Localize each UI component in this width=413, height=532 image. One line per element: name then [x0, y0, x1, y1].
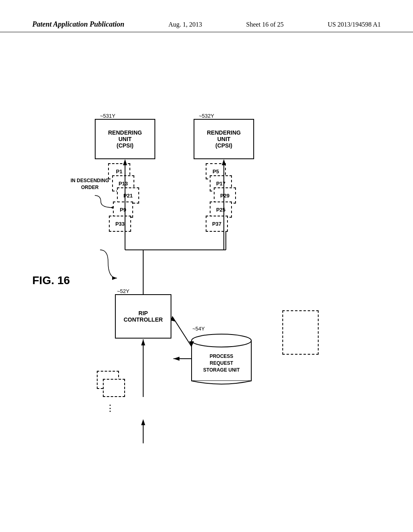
ref-52y: ~52Y: [117, 288, 129, 294]
process-request-unit: PROCESS REQUEST STORAGE UNIT: [190, 330, 254, 389]
page-p33: P33: [109, 216, 131, 232]
ref-54y: ~54Y: [192, 326, 205, 332]
rip-controller: RIPCONTROLLER: [115, 294, 171, 339]
svg-text:PROCESS: PROCESS: [210, 353, 234, 359]
svg-point-15: [192, 334, 251, 347]
svg-marker-10: [173, 357, 179, 361]
ref-531y: ~531Y: [100, 113, 115, 119]
svg-text:REQUEST: REQUEST: [210, 360, 234, 366]
input-box-2: [103, 379, 125, 397]
page-p21: P21: [117, 187, 139, 204]
svg-text:STORAGE UNIT: STORAGE UNIT: [203, 367, 240, 373]
publication-date: Aug. 1, 2013: [169, 21, 202, 28]
descending-order-label: IN DESCENDINGORDER: [71, 177, 109, 191]
svg-marker-13: [111, 206, 113, 209]
svg-line-28: [172, 316, 192, 347]
patent-number: US 2013/194598 A1: [327, 21, 381, 28]
rendering-unit-2: RENDERINGUNIT(CPSI): [194, 119, 254, 159]
ellipsis: ⋮: [106, 403, 115, 414]
publication-title: Patent Application Publication: [32, 20, 124, 29]
page-p37: P37: [206, 216, 228, 232]
page-p29: P29: [214, 187, 236, 204]
page-header: Patent Application Publication Aug. 1, 2…: [0, 20, 413, 32]
ref-532y: ~532Y: [199, 113, 214, 119]
cylinder-svg: PROCESS REQUEST STORAGE UNIT: [190, 330, 254, 387]
diagram-area: RENDERINGUNIT(CPSI) ~531Y RENDERINGUNIT(…: [0, 52, 413, 516]
page-p25: P25: [210, 202, 232, 218]
rendering-unit-1: RENDERINGUNIT(CPSI): [95, 119, 155, 159]
extra-dashed-box: [282, 310, 319, 355]
descending-arrow: [93, 193, 117, 210]
svg-marker-1: [141, 419, 145, 425]
svg-marker-20: [141, 339, 145, 345]
sheet-info: Sheet 16 of 25: [246, 21, 284, 28]
